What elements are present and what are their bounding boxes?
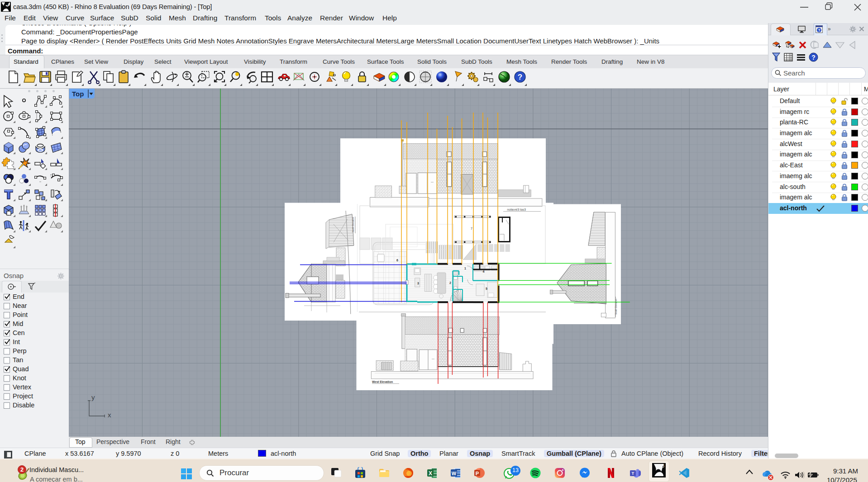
svg-text:West Elevation: West Elevation [372, 380, 393, 383]
svg-text:1: 1 [464, 267, 466, 270]
svg-text:4: 4 [483, 270, 485, 273]
svg-text:T: T [632, 471, 634, 476]
svg-text:5: 5 [486, 287, 487, 290]
svg-text:x: x [108, 411, 111, 419]
svg-text:y: y [91, 393, 95, 401]
svg-text:8: 8 [8, 3, 10, 7]
svg-text:6: 6 [396, 259, 398, 262]
svg-text:?: ? [811, 54, 816, 61]
svg-text:P: P [476, 471, 479, 476]
svg-text:2: 2 [449, 281, 451, 284]
svg-text:W: W [452, 471, 457, 476]
svg-text:South Elevation: South Elevation [615, 299, 617, 315]
svg-text:8: 8 [662, 463, 664, 468]
svg-text:?: ? [818, 28, 820, 33]
svg-text:North Elevation: North Elevation [352, 217, 354, 232]
svg-text:East Elevation: East Elevation [507, 208, 526, 211]
svg-text:Top: Top [72, 90, 84, 98]
svg-text:3: 3 [417, 282, 419, 285]
svg-text:X: X [429, 470, 432, 477]
svg-text:?: ? [518, 73, 522, 81]
svg-text:7: 7 [471, 227, 472, 230]
